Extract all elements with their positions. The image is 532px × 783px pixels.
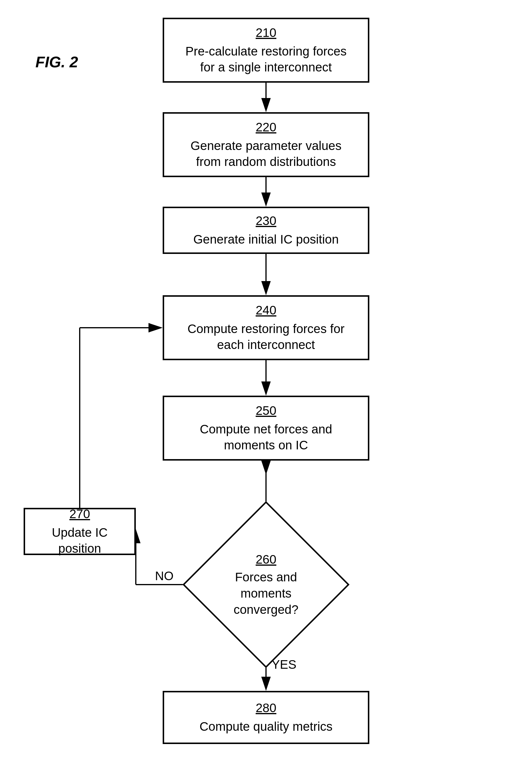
box-210-number: 210 xyxy=(256,25,276,41)
box-230: 230 Generate initial IC position xyxy=(163,207,369,254)
figure-label: FIG. 2 xyxy=(35,53,78,71)
box-250-number: 250 xyxy=(256,403,276,419)
box-280: 280 Compute quality metrics xyxy=(163,691,369,744)
box-230-number: 230 xyxy=(256,213,276,229)
page: FIG. 2 YES xyxy=(0,0,532,783)
box-210: 210 Pre-calculate restoring forcesfor a … xyxy=(163,18,369,83)
box-250: 250 Compute net forces andmoments on IC xyxy=(163,396,369,461)
box-240-number: 240 xyxy=(256,302,276,319)
box-270-text: Update IC position xyxy=(34,525,125,557)
svg-text:NO: NO xyxy=(155,569,174,583)
box-230-text: Generate initial IC position xyxy=(193,231,339,248)
box-220-text: Generate parameter valuesfrom random dis… xyxy=(190,138,341,170)
diamond-260-number: 260 xyxy=(233,552,299,568)
box-240: 240 Compute restoring forces foreach int… xyxy=(163,295,369,360)
diamond-260-text: 260 Forces andmomentsconverged? xyxy=(233,552,299,618)
box-280-text: Compute quality metrics xyxy=(199,719,333,735)
svg-text:YES: YES xyxy=(272,658,296,671)
box-250-text: Compute net forces andmoments on IC xyxy=(200,421,332,453)
box-280-number: 280 xyxy=(256,700,276,716)
diamond-260-label: Forces andmomentsconverged? xyxy=(233,569,299,618)
box-220: 220 Generate parameter valuesfrom random… xyxy=(163,112,369,177)
box-240-text: Compute restoring forces foreach interco… xyxy=(187,321,345,353)
box-270: 270 Update IC position xyxy=(24,508,136,555)
diamond-260-container: 260 Forces andmomentsconverged? xyxy=(210,529,322,641)
box-210-text: Pre-calculate restoring forcesfor a sing… xyxy=(185,43,347,75)
box-270-number: 270 xyxy=(69,506,90,522)
box-220-number: 220 xyxy=(256,119,276,135)
